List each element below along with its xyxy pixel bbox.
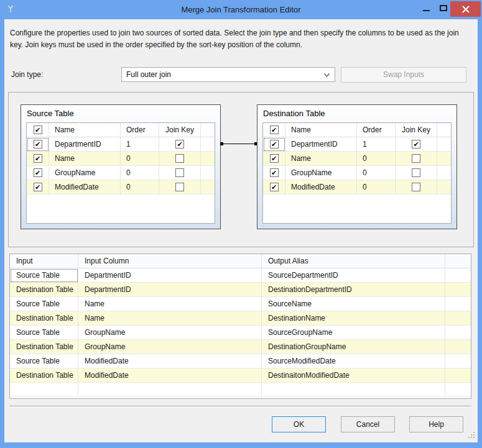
table-row[interactable]: ✔ GroupName 0 — [263, 166, 451, 180]
output-alias-cell[interactable]: SourceModifiedDate — [262, 354, 445, 368]
order-cell[interactable]: 1 — [121, 137, 159, 152]
row-select-checkbox[interactable]: ✔ — [34, 154, 42, 163]
row-select-checkbox[interactable]: ✔ — [270, 140, 279, 149]
table-row[interactable]: ✔ ModifiedDate 0 — [263, 180, 451, 194]
input-cell[interactable]: Destination Table — [10, 368, 78, 383]
order-cell[interactable]: 0 — [121, 152, 159, 166]
swap-inputs-button[interactable]: Swap Inputs — [341, 67, 466, 83]
description-line-2: key. Join keys must be used in the order… — [10, 39, 463, 51]
mapping-row-empty[interactable] — [10, 383, 471, 397]
table-row[interactable]: ✔ DepartmentID 1 ✔ — [263, 137, 451, 152]
join-key-checkbox[interactable] — [175, 183, 184, 191]
output-alias-cell[interactable]: SourceName — [262, 297, 445, 311]
ok-button[interactable]: OK — [272, 416, 326, 432]
mapping-row[interactable]: Destination Table DepartmentID Destinati… — [10, 283, 471, 297]
input-column-cell[interactable]: GroupName — [78, 340, 262, 354]
mapping-row[interactable]: Source Table GroupName SourceGroupName — [10, 326, 471, 340]
mapping-row[interactable]: Source Table ModifiedDate SourceModified… — [10, 354, 471, 368]
order-cell[interactable]: 0 — [357, 152, 396, 166]
join-key-checkbox[interactable] — [412, 154, 420, 163]
maximize-button[interactable] — [435, 0, 452, 16]
table-row[interactable]: ✔ GroupName 0 — [27, 166, 215, 180]
join-key-checkbox[interactable] — [175, 154, 184, 163]
row-select-checkbox[interactable]: ✔ — [270, 168, 279, 177]
table-row[interactable]: ✔ Name 0 — [27, 152, 215, 166]
column-name-cell[interactable]: Name — [285, 152, 357, 166]
minimize-button[interactable] — [418, 0, 434, 16]
input-column-cell[interactable]: ModifiedDate — [78, 354, 262, 368]
input-cell[interactable] — [10, 383, 78, 397]
order-cell[interactable]: 1 — [357, 137, 396, 152]
header-input-column: Input Column — [78, 254, 262, 268]
cancel-button[interactable]: Cancel — [341, 416, 395, 432]
input-column-cell[interactable]: ModifiedDate — [78, 368, 262, 383]
column-name-cell[interactable]: GroupName — [285, 166, 357, 180]
join-key-checkbox[interactable]: ✔ — [175, 140, 184, 149]
order-cell[interactable]: 0 — [357, 166, 396, 180]
dialog-description: Configure the properties used to join tw… — [10, 27, 463, 51]
join-key-connector-line — [221, 144, 257, 144]
help-button[interactable]: Help — [409, 416, 463, 432]
close-button[interactable] — [450, 1, 481, 17]
output-alias-cell[interactable]: SourceDepartmentID — [262, 268, 445, 283]
input-column-cell[interactable]: DepartmentID — [78, 283, 262, 297]
input-cell[interactable]: Destination Table — [10, 340, 78, 354]
join-key-checkbox[interactable] — [412, 183, 420, 191]
order-cell[interactable]: 0 — [121, 180, 159, 194]
output-alias-cell[interactable]: DestinationGroupName — [262, 340, 445, 354]
input-cell[interactable]: Source Table — [10, 326, 78, 340]
join-key-checkbox[interactable] — [175, 168, 184, 177]
mapping-row[interactable]: Destination Table Name DestinationName — [10, 311, 471, 326]
column-name-cell[interactable]: DepartmentID — [49, 137, 121, 152]
input-column-cell[interactable]: DepartmentID — [78, 268, 262, 283]
row-select-checkbox[interactable]: ✔ — [270, 183, 279, 191]
footer-separator — [9, 406, 471, 407]
join-key-checkbox[interactable] — [412, 168, 420, 177]
join-type-select[interactable]: Full outer join — [121, 67, 335, 82]
output-alias-cell[interactable]: DestinationName — [262, 311, 445, 326]
column-name-cell[interactable]: ModifiedDate — [49, 180, 121, 194]
output-alias-cell[interactable] — [262, 383, 445, 397]
row-select-checkbox[interactable]: ✔ — [34, 140, 42, 149]
row-select-checkbox[interactable]: ✔ — [270, 154, 279, 163]
mapping-row[interactable]: Destination Table ModifiedDate Destinait… — [10, 368, 471, 383]
merge-join-editor-dialog: Merge Join Transformation Editor Configu… — [0, 0, 482, 448]
source-table-widget: Source Table ✔ Name Order Join Key ✔ Dep… — [21, 104, 221, 229]
join-key-checkbox[interactable]: ✔ — [412, 140, 420, 149]
input-cell[interactable]: Source Table — [10, 354, 78, 368]
mapping-row[interactable]: Source Table DepartmentID SourceDepartme… — [10, 268, 471, 283]
table-row[interactable]: ✔ DepartmentID 1 ✔ — [27, 137, 215, 152]
table-row[interactable]: ✔ ModifiedDate 0 — [27, 180, 215, 194]
order-cell[interactable]: 0 — [121, 166, 159, 180]
source-grid-header: ✔ Name Order Join Key — [27, 123, 215, 137]
input-cell[interactable]: Source Table — [10, 297, 78, 311]
output-mappings-grid: Input Input Column Output Alias Source T… — [9, 254, 471, 399]
column-name-cell[interactable]: ModifiedDate — [285, 180, 357, 194]
output-alias-cell[interactable]: DestinaitonModifiedDate — [262, 368, 445, 383]
resize-grip[interactable] — [473, 437, 475, 438]
column-name-cell[interactable]: DepartmentID — [285, 137, 357, 152]
order-cell[interactable]: 0 — [357, 180, 396, 194]
input-cell[interactable]: Destination Table — [10, 311, 78, 326]
row-select-checkbox[interactable]: ✔ — [34, 183, 42, 191]
input-column-cell[interactable]: Name — [78, 311, 262, 326]
input-cell[interactable]: Source Table — [10, 268, 78, 283]
output-alias-cell[interactable]: DestinationDepartmentID — [262, 283, 445, 297]
mapping-row[interactable]: Destination Table GroupName DestinationG… — [10, 340, 471, 354]
column-name-cell[interactable]: Name — [49, 152, 121, 166]
input-column-cell[interactable]: Name — [78, 297, 262, 311]
input-column-cell[interactable] — [78, 383, 262, 397]
mapping-row[interactable]: Source Table Name SourceName — [10, 297, 471, 311]
header-name: Name — [49, 123, 121, 137]
select-all-checkbox[interactable]: ✔ — [270, 126, 279, 134]
select-all-checkbox[interactable]: ✔ — [34, 126, 42, 134]
row-select-checkbox[interactable]: ✔ — [34, 168, 42, 177]
table-row[interactable]: ✔ Name 0 — [263, 152, 451, 166]
input-column-cell[interactable]: GroupName — [78, 326, 262, 340]
close-icon — [461, 5, 470, 14]
chevron-down-icon — [324, 73, 330, 77]
input-cell[interactable]: Destination Table — [10, 283, 78, 297]
title-bar[interactable]: Merge Join Transformation Editor — [0, 0, 482, 19]
output-alias-cell[interactable]: SourceGroupName — [262, 326, 445, 340]
column-name-cell[interactable]: GroupName — [49, 166, 121, 180]
